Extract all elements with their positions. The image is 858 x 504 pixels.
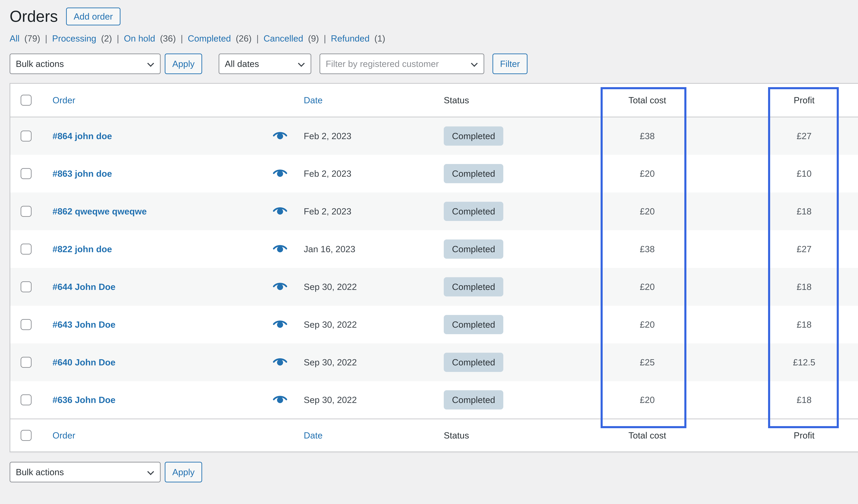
total-cost-value: £20 bbox=[604, 306, 690, 343]
table-header: Order Date Status Total cost Profit Tota… bbox=[10, 83, 858, 117]
row-checkbox[interactable] bbox=[20, 168, 32, 179]
table-row: #636 John Doe Sep 30, 2022 Completed £20… bbox=[10, 381, 858, 419]
profit-value: £18 bbox=[769, 306, 839, 343]
profit-value: £27 bbox=[769, 230, 839, 268]
preview-eye-icon[interactable] bbox=[272, 167, 288, 178]
column-header-date[interactable]: Date bbox=[304, 95, 323, 105]
profit-value: £27 bbox=[769, 117, 839, 155]
total-value: £30.00 bbox=[839, 343, 858, 381]
total-value: £44.00 bbox=[839, 193, 858, 230]
order-link[interactable]: #863 john doe bbox=[52, 169, 112, 179]
table-row: #863 john doe Feb 2, 2023 Completed £20 … bbox=[10, 155, 858, 193]
apply-button[interactable]: Apply bbox=[165, 53, 202, 74]
select-all-checkbox[interactable] bbox=[20, 95, 32, 106]
dates-filter-select[interactable]: All dates bbox=[219, 53, 311, 74]
preview-eye-icon[interactable] bbox=[272, 281, 288, 291]
row-checkbox[interactable] bbox=[20, 206, 32, 217]
filter-separator: | bbox=[181, 33, 183, 44]
total-value: £49.40 bbox=[839, 230, 858, 268]
total-cost-value: £38 bbox=[604, 117, 690, 155]
order-date: Sep 30, 2022 bbox=[296, 381, 433, 419]
order-link[interactable]: #862 qweqwe qweqwe bbox=[52, 206, 147, 216]
bulk-actions-select[interactable]: Bulk actions bbox=[10, 53, 161, 74]
status-filter-links: All (79) | Processing (2) | On hold (36)… bbox=[10, 32, 858, 45]
total-value: £69.40 bbox=[839, 117, 858, 155]
filter-separator: | bbox=[256, 33, 259, 44]
chevron-down-icon bbox=[471, 60, 478, 67]
apply-button-bottom[interactable]: Apply bbox=[165, 462, 202, 482]
chevron-down-icon bbox=[298, 60, 305, 67]
row-checkbox[interactable] bbox=[20, 319, 32, 330]
preview-eye-icon[interactable] bbox=[272, 356, 288, 367]
column-footer-order[interactable]: Order bbox=[52, 430, 75, 440]
preview-eye-icon[interactable] bbox=[272, 243, 288, 253]
table-row: #864 john doe Feb 2, 2023 Completed £38 … bbox=[10, 117, 858, 155]
filter-link-all[interactable]: All bbox=[10, 33, 19, 44]
order-date: Sep 30, 2022 bbox=[296, 306, 433, 343]
page-title: Orders bbox=[10, 6, 58, 27]
status-badge: Completed bbox=[444, 390, 503, 409]
order-link[interactable]: #864 john doe bbox=[52, 131, 112, 141]
filter-button[interactable]: Filter bbox=[492, 53, 527, 74]
column-footer-date[interactable]: Date bbox=[304, 430, 323, 440]
chevron-down-icon bbox=[147, 60, 154, 67]
bulk-actions-value: Bulk actions bbox=[16, 467, 64, 477]
order-date: Feb 2, 2023 bbox=[296, 117, 433, 155]
preview-eye-icon[interactable] bbox=[272, 130, 288, 140]
filter-separator: | bbox=[45, 33, 47, 44]
table-row: #640 John Doe Sep 30, 2022 Completed £25… bbox=[10, 343, 858, 381]
filter-separator: | bbox=[324, 33, 326, 44]
status-badge: Completed bbox=[444, 240, 503, 259]
total-cost-value: £20 bbox=[604, 155, 690, 193]
column-header-total-cost: Total cost bbox=[604, 83, 690, 117]
select-all-checkbox[interactable] bbox=[20, 430, 32, 441]
total-value: £24.00 bbox=[839, 155, 858, 193]
preview-eye-icon[interactable] bbox=[272, 319, 288, 329]
filter-link-cancelled[interactable]: Cancelled bbox=[264, 33, 303, 44]
preview-eye-icon[interactable] bbox=[272, 394, 288, 404]
total-cost-value: £20 bbox=[604, 268, 690, 306]
profit-value: £10 bbox=[769, 155, 839, 193]
filter-link-on-hold[interactable]: On hold bbox=[124, 33, 155, 44]
total-value: £24.00 bbox=[839, 268, 858, 306]
order-link[interactable]: #640 John Doe bbox=[52, 357, 115, 367]
column-header-spacer bbox=[690, 83, 769, 117]
customer-filter-placeholder: Filter by registered customer bbox=[326, 59, 439, 69]
status-badge: Completed bbox=[444, 164, 503, 183]
orders-table: Order Date Status Total cost Profit Tota… bbox=[10, 83, 858, 452]
filter-count-refunded: (1) bbox=[375, 33, 385, 44]
status-badge: Completed bbox=[444, 277, 503, 296]
order-link[interactable]: #643 John Doe bbox=[52, 320, 115, 329]
order-date: Feb 2, 2023 bbox=[296, 193, 433, 230]
table-row: #862 qweqwe qweqwe Feb 2, 2023 Completed… bbox=[10, 193, 858, 230]
table-row: #643 John Doe Sep 30, 2022 Completed £20… bbox=[10, 306, 858, 343]
order-link[interactable]: #822 john doe bbox=[52, 244, 112, 254]
row-checkbox[interactable] bbox=[20, 281, 32, 292]
orders-page: Orders Add order Search orders All (79) … bbox=[0, 0, 858, 504]
row-checkbox[interactable] bbox=[20, 394, 32, 405]
filter-link-completed[interactable]: Completed bbox=[188, 33, 231, 44]
chevron-down-icon bbox=[147, 468, 154, 475]
table-footer: Order Date Status Total cost Profit Tota… bbox=[10, 419, 858, 452]
order-link[interactable]: #636 John Doe bbox=[52, 395, 115, 405]
bulk-actions-select-bottom[interactable]: Bulk actions bbox=[10, 462, 161, 482]
order-link[interactable]: #644 John Doe bbox=[52, 282, 115, 292]
preview-eye-icon[interactable] bbox=[272, 205, 288, 215]
row-checkbox[interactable] bbox=[20, 244, 32, 255]
column-header-profit: Profit bbox=[769, 83, 839, 117]
total-value: £24.00 bbox=[839, 306, 858, 343]
total-cost-value: £20 bbox=[604, 381, 690, 419]
status-badge: Completed bbox=[444, 315, 503, 334]
column-header-order[interactable]: Order bbox=[52, 95, 75, 105]
profit-value: £18 bbox=[769, 193, 839, 230]
filter-link-processing[interactable]: Processing bbox=[52, 33, 96, 44]
row-checkbox[interactable] bbox=[20, 357, 32, 368]
customer-filter-select[interactable]: Filter by registered customer bbox=[319, 53, 484, 74]
page-header: Orders Add order bbox=[10, 0, 858, 26]
add-order-button[interactable]: Add order bbox=[66, 7, 120, 26]
row-checkbox[interactable] bbox=[20, 131, 32, 142]
filter-count-on-hold: (36) bbox=[160, 33, 176, 44]
filter-link-refunded[interactable]: Refunded bbox=[331, 33, 370, 44]
column-footer-profit: Profit bbox=[769, 419, 839, 452]
status-badge: Completed bbox=[444, 202, 503, 221]
